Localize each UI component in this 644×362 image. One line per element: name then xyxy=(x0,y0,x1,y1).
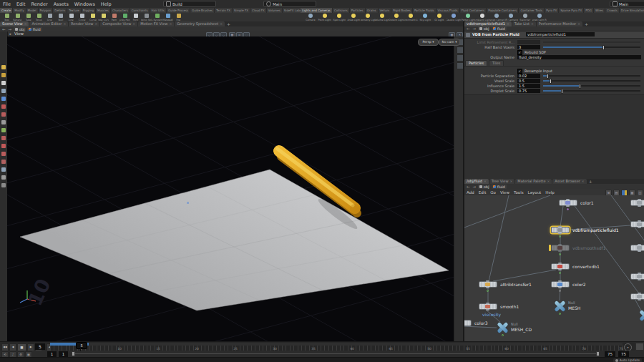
path-root-chip[interactable]: obj xyxy=(14,27,26,31)
shelf-tool[interactable]: Switcher xyxy=(518,13,532,21)
network-canvas[interactable]: color1 vdbfromparti xyxy=(464,195,644,341)
voxel-scale-slider[interactable] xyxy=(543,80,640,82)
network-node[interactable]: vdbsmoothsdf1 xyxy=(551,245,570,251)
tool-icon[interactable] xyxy=(1,120,6,124)
range-end-field[interactable]: 75 xyxy=(618,351,629,357)
node-flag-badge[interactable] xyxy=(559,272,561,274)
shelf-tool[interactable]: Environment Light xyxy=(404,13,418,21)
shelf-tab[interactable]: Crowds xyxy=(605,8,620,13)
add-tab-button[interactable]: + xyxy=(583,21,590,26)
tool-icon[interactable] xyxy=(1,128,6,132)
pane-tab[interactable]: Material Palette× xyxy=(515,179,552,184)
node-body[interactable] xyxy=(559,200,577,206)
node-flag-badge[interactable] xyxy=(487,290,489,292)
tab-tiles[interactable]: Tiles xyxy=(489,60,504,66)
node-body[interactable] xyxy=(551,281,570,288)
path-root-chip[interactable]: obj xyxy=(478,185,490,189)
network-node[interactable] xyxy=(630,200,644,206)
cook-mode-selector[interactable]: Auto Update xyxy=(613,358,642,362)
pane-tab[interactable]: Tree View× xyxy=(489,179,515,184)
node-flag-badge[interactable] xyxy=(559,235,561,238)
shelf-tool[interactable]: Tube xyxy=(23,13,34,21)
node-flag-badge[interactable] xyxy=(559,253,561,255)
radial-menu-selector[interactable]: Main xyxy=(263,1,316,7)
pane-tab[interactable]: Animation Editor× xyxy=(29,21,68,26)
menu-item[interactable]: Help xyxy=(98,1,114,7)
shelf-tool[interactable]: Metaball xyxy=(162,13,173,21)
pane-tab[interactable]: vdbfromparticlefluid1× xyxy=(464,21,512,26)
shelf-tab[interactable]: Polygon xyxy=(39,8,54,13)
viewport-canvas[interactable] xyxy=(7,36,454,341)
node-body[interactable] xyxy=(551,263,570,270)
node-body[interactable] xyxy=(551,227,570,233)
output-name-field[interactable]: fluid_density xyxy=(517,55,641,59)
nav-back-icon[interactable]: ← xyxy=(1,27,6,31)
path-node-chip[interactable]: fluid xyxy=(492,26,506,31)
network-menu-item[interactable]: Layout xyxy=(526,190,544,195)
shelf-tool[interactable]: Area Light xyxy=(346,13,361,21)
close-tab-icon[interactable]: × xyxy=(132,21,135,26)
shelf-tab[interactable]: Deform xyxy=(53,8,67,13)
scene-viewport[interactable]: 10 Persp ▾ No cam ▾ xyxy=(7,36,454,341)
half-band-slider[interactable] xyxy=(543,47,640,48)
tool-icon[interactable] xyxy=(1,65,6,69)
droplet-scale-field[interactable]: 0.75 xyxy=(517,89,540,93)
path-node-chip[interactable]: fluid xyxy=(27,27,42,31)
shelf-tab[interactable]: Particles xyxy=(350,8,366,13)
network-node[interactable] xyxy=(630,245,644,251)
shelf-tab[interactable]: Create xyxy=(0,8,13,13)
influence-scale-field[interactable]: 1.5 xyxy=(517,84,540,88)
shelf-tab[interactable]: Collisions xyxy=(333,8,350,13)
shelf-tab[interactable]: Guide Brushes xyxy=(190,8,215,13)
network-menu-item[interactable]: Add xyxy=(464,190,477,195)
range-slider-left-handle[interactable] xyxy=(72,351,75,356)
shelf-tool[interactable]: Stereo Camera xyxy=(489,13,504,21)
projection-selector[interactable]: Persp ▾ xyxy=(418,39,439,46)
shelf-tool[interactable]: Stereo Cam Rig xyxy=(532,13,547,21)
menu-item[interactable]: File xyxy=(0,1,14,7)
shelf-tab[interactable]: Fluid Containers xyxy=(460,8,487,13)
network-menu-item[interactable]: Help xyxy=(543,190,557,195)
network-node[interactable]: vdbfromparticlefluid1 xyxy=(551,227,570,233)
shelf-tab[interactable]: Simple FX xyxy=(233,8,250,13)
shelf-tool[interactable]: Line xyxy=(66,13,77,21)
shelf-tool[interactable]: Spray Paint xyxy=(119,13,130,21)
pane-tab[interactable]: Motion FX View× xyxy=(138,21,174,26)
close-tab-icon[interactable]: × xyxy=(577,21,580,26)
shelf-tab[interactable]: Wires xyxy=(594,8,605,13)
network-node[interactable]: smooth1 viscosity xyxy=(479,303,497,310)
pane-divider[interactable] xyxy=(463,21,464,341)
shelf-tab[interactable]: Characters xyxy=(111,8,130,13)
shelf-tool[interactable]: Platonic Solids xyxy=(141,13,152,21)
close-tab-icon[interactable]: × xyxy=(63,21,66,26)
node-flag-badge[interactable] xyxy=(502,334,504,336)
node-body[interactable] xyxy=(464,320,472,326)
shelf-tool[interactable]: Volume Light xyxy=(375,13,389,21)
close-tab-icon[interactable]: × xyxy=(510,179,513,184)
shelf-tab[interactable]: Particle Fluids xyxy=(413,8,436,13)
nav-back-icon[interactable]: ← xyxy=(466,26,471,31)
node-body[interactable] xyxy=(479,303,497,310)
shelf-tool[interactable]: Distant Light xyxy=(389,13,404,21)
network-node[interactable]: color1 xyxy=(559,200,577,206)
half-band-field[interactable]: 3 xyxy=(517,45,540,49)
shelf-tool[interactable]: GI Light xyxy=(432,13,447,21)
shelf-tab[interactable]: SideFX Labs xyxy=(283,8,301,13)
shelf-tab[interactable]: Lights and Cameras xyxy=(301,8,333,13)
pane-tab[interactable]: /obj/fluid× xyxy=(464,179,489,184)
tool-icon[interactable] xyxy=(1,136,6,140)
close-tab-icon[interactable]: × xyxy=(531,21,534,26)
tool-icon[interactable] xyxy=(1,175,6,180)
node-flag-badge[interactable] xyxy=(559,290,561,292)
desktop-selector[interactable]: Build xyxy=(163,1,216,7)
add-tab-button[interactable]: + xyxy=(225,21,232,26)
shelf-tool[interactable]: Draw Curve xyxy=(98,13,109,21)
nav-forward-icon[interactable]: → xyxy=(8,27,13,31)
shelf-tab[interactable]: Modify xyxy=(13,8,26,13)
menu-item[interactable]: Edit xyxy=(14,1,29,7)
tool-icon[interactable] xyxy=(1,81,6,85)
tool-icon[interactable] xyxy=(1,73,6,77)
shelf-tab[interactable]: Volumes xyxy=(267,8,283,13)
pane-tab[interactable]: Scene View× xyxy=(0,21,29,26)
tool-icon[interactable] xyxy=(1,160,6,164)
